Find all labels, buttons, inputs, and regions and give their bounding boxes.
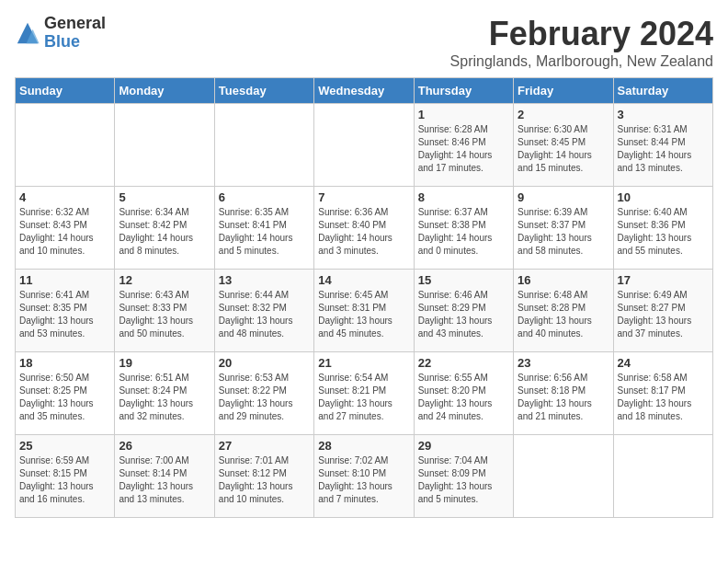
logo-general-text: General xyxy=(44,15,106,33)
logo-text: General Blue xyxy=(44,15,106,52)
day-number: 7 xyxy=(318,190,409,204)
weekday-header: Saturday xyxy=(613,78,712,104)
day-number: 12 xyxy=(119,273,210,287)
weekday-header: Friday xyxy=(514,78,613,104)
month-title: February 2024 xyxy=(450,15,713,53)
day-number: 28 xyxy=(318,439,409,453)
day-info: Sunrise: 6:59 AM Sunset: 8:15 PM Dayligh… xyxy=(19,454,110,506)
calendar-cell xyxy=(16,104,115,187)
calendar-cell: 17Sunrise: 6:49 AM Sunset: 8:27 PM Dayli… xyxy=(613,270,712,352)
day-number: 29 xyxy=(418,439,509,453)
calendar-cell xyxy=(314,104,414,187)
day-info: Sunrise: 6:49 AM Sunset: 8:27 PM Dayligh… xyxy=(618,289,709,340)
calendar-cell: 11Sunrise: 6:41 AM Sunset: 8:35 PM Dayli… xyxy=(16,270,115,352)
calendar-cell: 15Sunrise: 6:46 AM Sunset: 8:29 PM Dayli… xyxy=(414,270,513,352)
day-number: 22 xyxy=(418,356,509,370)
calendar-cell: 2Sunrise: 6:30 AM Sunset: 8:45 PM Daylig… xyxy=(514,104,613,187)
day-number: 25 xyxy=(19,439,110,453)
calendar-cell: 19Sunrise: 6:51 AM Sunset: 8:24 PM Dayli… xyxy=(115,352,214,435)
calendar-cell: 4Sunrise: 6:32 AM Sunset: 8:43 PM Daylig… xyxy=(16,187,115,270)
day-number: 16 xyxy=(518,273,609,287)
day-info: Sunrise: 7:04 AM Sunset: 8:09 PM Dayligh… xyxy=(418,454,509,506)
day-info: Sunrise: 6:58 AM Sunset: 8:17 PM Dayligh… xyxy=(618,372,709,423)
weekday-header: Tuesday xyxy=(214,78,313,104)
day-info: Sunrise: 6:31 AM Sunset: 8:44 PM Dayligh… xyxy=(618,123,709,175)
day-number: 4 xyxy=(19,190,110,204)
day-info: Sunrise: 6:54 AM Sunset: 8:21 PM Dayligh… xyxy=(318,372,409,423)
calendar-week-row: 11Sunrise: 6:41 AM Sunset: 8:35 PM Dayli… xyxy=(16,270,713,352)
calendar-cell: 20Sunrise: 6:53 AM Sunset: 8:22 PM Dayli… xyxy=(214,352,313,435)
page-header: General Blue February 2024 Springlands, … xyxy=(15,15,713,70)
calendar-cell: 18Sunrise: 6:50 AM Sunset: 8:25 PM Dayli… xyxy=(16,352,115,435)
day-number: 23 xyxy=(518,356,609,370)
day-number: 27 xyxy=(219,439,310,453)
logo-icon xyxy=(15,20,40,46)
day-number: 11 xyxy=(19,273,110,287)
calendar-cell: 9Sunrise: 6:39 AM Sunset: 8:37 PM Daylig… xyxy=(514,187,613,270)
day-info: Sunrise: 6:44 AM Sunset: 8:32 PM Dayligh… xyxy=(219,289,310,340)
calendar-cell: 5Sunrise: 6:34 AM Sunset: 8:42 PM Daylig… xyxy=(115,187,214,270)
calendar-cell: 12Sunrise: 6:43 AM Sunset: 8:33 PM Dayli… xyxy=(115,270,214,352)
calendar-cell: 23Sunrise: 6:56 AM Sunset: 8:18 PM Dayli… xyxy=(514,352,613,435)
day-number: 21 xyxy=(318,356,409,370)
day-number: 10 xyxy=(618,190,709,204)
day-info: Sunrise: 7:00 AM Sunset: 8:14 PM Dayligh… xyxy=(119,454,210,506)
weekday-header: Wednesday xyxy=(314,78,414,104)
calendar-cell: 21Sunrise: 6:54 AM Sunset: 8:21 PM Dayli… xyxy=(314,352,414,435)
day-info: Sunrise: 6:41 AM Sunset: 8:35 PM Dayligh… xyxy=(19,289,110,340)
calendar-header-row: SundayMondayTuesdayWednesdayThursdayFrid… xyxy=(16,78,713,104)
day-number: 15 xyxy=(418,273,509,287)
day-info: Sunrise: 6:51 AM Sunset: 8:24 PM Dayligh… xyxy=(119,372,210,423)
day-info: Sunrise: 6:43 AM Sunset: 8:33 PM Dayligh… xyxy=(119,289,210,340)
day-number: 24 xyxy=(618,356,709,370)
calendar-cell: 28Sunrise: 7:02 AM Sunset: 8:10 PM Dayli… xyxy=(314,435,414,518)
day-info: Sunrise: 6:30 AM Sunset: 8:45 PM Dayligh… xyxy=(518,123,609,175)
day-info: Sunrise: 6:32 AM Sunset: 8:43 PM Dayligh… xyxy=(19,206,110,258)
day-number: 19 xyxy=(119,356,210,370)
day-info: Sunrise: 6:55 AM Sunset: 8:20 PM Dayligh… xyxy=(418,372,509,423)
day-number: 9 xyxy=(518,190,609,204)
day-number: 18 xyxy=(19,356,110,370)
calendar-cell: 24Sunrise: 6:58 AM Sunset: 8:17 PM Dayli… xyxy=(613,352,712,435)
calendar-cell: 3Sunrise: 6:31 AM Sunset: 8:44 PM Daylig… xyxy=(613,104,712,187)
calendar-table: SundayMondayTuesdayWednesdayThursdayFrid… xyxy=(15,77,713,518)
logo: General Blue xyxy=(15,15,106,52)
day-number: 17 xyxy=(618,273,709,287)
day-info: Sunrise: 6:39 AM Sunset: 8:37 PM Dayligh… xyxy=(518,206,609,258)
day-info: Sunrise: 6:35 AM Sunset: 8:41 PM Dayligh… xyxy=(219,206,310,258)
day-info: Sunrise: 6:48 AM Sunset: 8:28 PM Dayligh… xyxy=(518,289,609,340)
calendar-cell: 22Sunrise: 6:55 AM Sunset: 8:20 PM Dayli… xyxy=(414,352,513,435)
calendar-cell: 27Sunrise: 7:01 AM Sunset: 8:12 PM Dayli… xyxy=(214,435,313,518)
day-number: 13 xyxy=(219,273,310,287)
calendar-cell: 25Sunrise: 6:59 AM Sunset: 8:15 PM Dayli… xyxy=(16,435,115,518)
calendar-cell: 14Sunrise: 6:45 AM Sunset: 8:31 PM Dayli… xyxy=(314,270,414,352)
day-info: Sunrise: 7:02 AM Sunset: 8:10 PM Dayligh… xyxy=(318,454,409,506)
day-number: 20 xyxy=(219,356,310,370)
calendar-cell: 13Sunrise: 6:44 AM Sunset: 8:32 PM Dayli… xyxy=(214,270,313,352)
day-number: 26 xyxy=(119,439,210,453)
calendar-cell: 7Sunrise: 6:36 AM Sunset: 8:40 PM Daylig… xyxy=(314,187,414,270)
day-info: Sunrise: 6:45 AM Sunset: 8:31 PM Dayligh… xyxy=(318,289,409,340)
calendar-week-row: 4Sunrise: 6:32 AM Sunset: 8:43 PM Daylig… xyxy=(16,187,713,270)
calendar-cell: 16Sunrise: 6:48 AM Sunset: 8:28 PM Dayli… xyxy=(514,270,613,352)
calendar-cell: 8Sunrise: 6:37 AM Sunset: 8:38 PM Daylig… xyxy=(414,187,513,270)
day-info: Sunrise: 6:50 AM Sunset: 8:25 PM Dayligh… xyxy=(19,372,110,423)
weekday-header: Monday xyxy=(115,78,214,104)
calendar-week-row: 25Sunrise: 6:59 AM Sunset: 8:15 PM Dayli… xyxy=(16,435,713,518)
day-number: 5 xyxy=(119,190,210,204)
calendar-cell: 6Sunrise: 6:35 AM Sunset: 8:41 PM Daylig… xyxy=(214,187,313,270)
calendar-cell xyxy=(514,435,613,518)
calendar-cell: 26Sunrise: 7:00 AM Sunset: 8:14 PM Dayli… xyxy=(115,435,214,518)
day-number: 6 xyxy=(219,190,310,204)
calendar-cell: 29Sunrise: 7:04 AM Sunset: 8:09 PM Dayli… xyxy=(414,435,513,518)
day-number: 1 xyxy=(418,108,509,121)
location-title: Springlands, Marlborough, New Zealand xyxy=(450,53,713,70)
day-info: Sunrise: 6:40 AM Sunset: 8:36 PM Dayligh… xyxy=(618,206,709,258)
day-info: Sunrise: 6:46 AM Sunset: 8:29 PM Dayligh… xyxy=(418,289,509,340)
day-info: Sunrise: 6:37 AM Sunset: 8:38 PM Dayligh… xyxy=(418,206,509,258)
calendar-cell: 10Sunrise: 6:40 AM Sunset: 8:36 PM Dayli… xyxy=(613,187,712,270)
day-info: Sunrise: 7:01 AM Sunset: 8:12 PM Dayligh… xyxy=(219,454,310,506)
day-number: 2 xyxy=(518,108,609,121)
calendar-cell xyxy=(115,104,214,187)
day-info: Sunrise: 6:36 AM Sunset: 8:40 PM Dayligh… xyxy=(318,206,409,258)
